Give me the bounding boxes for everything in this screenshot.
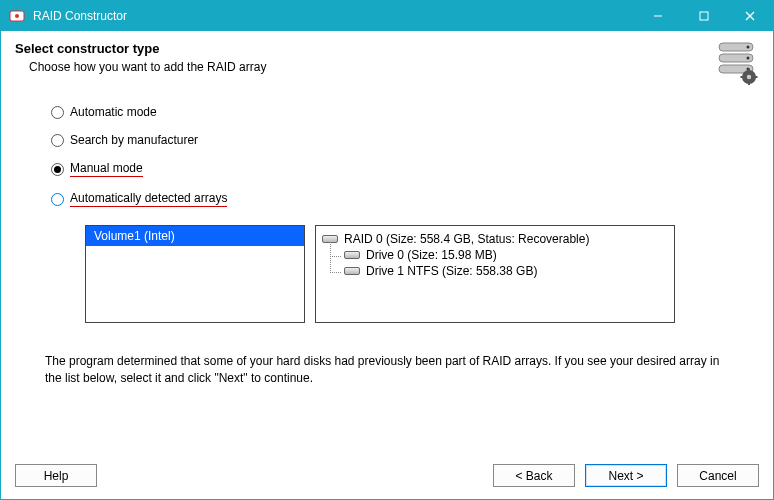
maximize-button[interactable]: [681, 1, 727, 31]
svg-rect-14: [748, 69, 750, 72]
help-button[interactable]: Help: [15, 464, 97, 487]
drive-row[interactable]: Drive 0 (Size: 15.98 MB): [344, 248, 668, 262]
page-subtitle: Choose how you want to add the RAID arra…: [29, 60, 707, 74]
radio-icon: [51, 106, 64, 119]
close-button[interactable]: [727, 1, 773, 31]
svg-rect-17: [755, 76, 758, 78]
drive-icon: [344, 251, 360, 259]
radio-label: Automatically detected arrays: [70, 191, 227, 207]
array-details: RAID 0 (Size: 558.4 GB, Status: Recovera…: [315, 225, 675, 323]
info-text: The program determined that some of your…: [45, 353, 723, 388]
detected-arrays-area: Volume1 (Intel) RAID 0 (Size: 558.4 GB, …: [85, 225, 729, 323]
svg-rect-3: [700, 12, 708, 20]
radio-label: Manual mode: [70, 161, 143, 177]
svg-point-13: [747, 75, 751, 79]
svg-rect-15: [748, 83, 750, 86]
page-title: Select constructor type: [15, 41, 707, 56]
radio-icon: [51, 134, 64, 147]
window-title: RAID Constructor: [33, 9, 635, 23]
page-header: Select constructor type Choose how you w…: [1, 31, 773, 91]
volumes-list[interactable]: Volume1 (Intel): [85, 225, 305, 323]
svg-rect-16: [741, 76, 744, 78]
titlebar: RAID Constructor: [1, 1, 773, 31]
radio-label: Search by manufacturer: [70, 133, 198, 147]
radio-search-by-manufacturer[interactable]: Search by manufacturer: [51, 133, 729, 147]
radio-icon: [51, 163, 64, 176]
app-icon: [9, 8, 25, 24]
raid-summary-row[interactable]: RAID 0 (Size: 558.4 GB, Status: Recovera…: [322, 232, 668, 246]
svg-point-10: [747, 57, 750, 60]
svg-point-9: [747, 46, 750, 49]
radio-auto-detected-arrays[interactable]: Automatically detected arrays: [51, 191, 729, 207]
next-button[interactable]: Next >: [585, 464, 667, 487]
volume-item[interactable]: Volume1 (Intel): [86, 226, 304, 246]
radio-automatic-mode[interactable]: Automatic mode: [51, 105, 729, 119]
drive-row[interactable]: Drive 1 NTFS (Size: 558.38 GB): [344, 264, 668, 278]
back-button[interactable]: < Back: [493, 464, 575, 487]
radio-manual-mode[interactable]: Manual mode: [51, 161, 729, 177]
drive-label: Drive 0 (Size: 15.98 MB): [366, 248, 497, 262]
minimize-button[interactable]: [635, 1, 681, 31]
svg-point-1: [15, 14, 19, 18]
raid-drives-icon: [715, 41, 759, 85]
body: Automatic mode Search by manufacturer Ma…: [1, 91, 773, 454]
footer: Help < Back Next > Cancel: [1, 454, 773, 499]
raid-summary-text: RAID 0 (Size: 558.4 GB, Status: Recovera…: [344, 232, 589, 246]
cancel-button[interactable]: Cancel: [677, 464, 759, 487]
drive-label: Drive 1 NTFS (Size: 558.38 GB): [366, 264, 537, 278]
radio-icon: [51, 193, 64, 206]
drive-icon: [344, 267, 360, 275]
window: RAID Constructor Select constructor type…: [0, 0, 774, 500]
radio-label: Automatic mode: [70, 105, 157, 119]
